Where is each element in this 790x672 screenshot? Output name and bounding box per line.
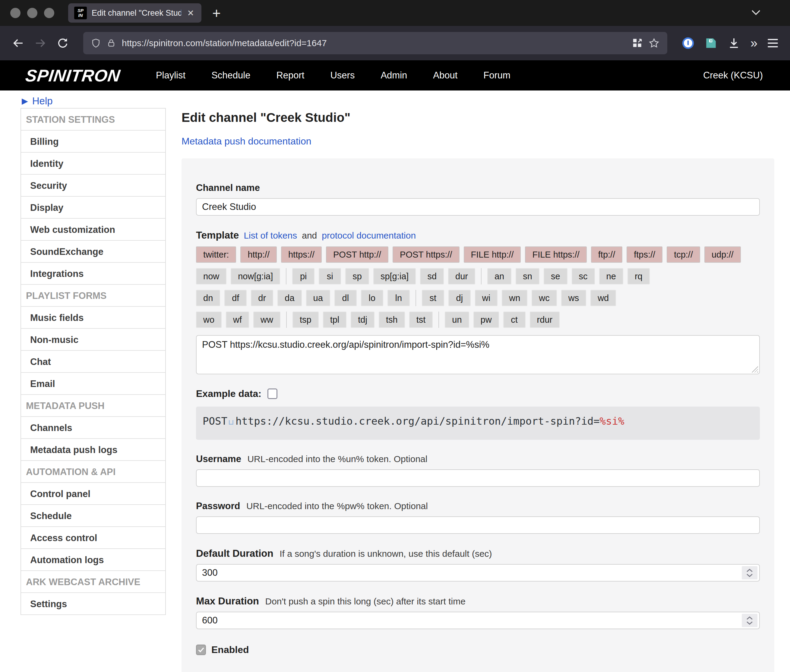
max-duration-stepper[interactable] bbox=[742, 614, 758, 627]
token-button-ct[interactable]: ct bbox=[503, 312, 526, 328]
default-duration-stepper[interactable] bbox=[742, 566, 758, 579]
sidebar-item-display[interactable]: Display bbox=[21, 197, 165, 219]
nav-item-admin[interactable]: Admin bbox=[381, 70, 407, 81]
token-button-wo[interactable]: wo bbox=[196, 312, 222, 328]
token-button-dr[interactable]: dr bbox=[251, 290, 273, 306]
token-button-sd[interactable]: sd bbox=[420, 268, 444, 285]
sidebar-item-music-fields[interactable]: Music fields bbox=[21, 307, 165, 329]
token-button-dj[interactable]: dj bbox=[448, 290, 471, 306]
token-button-lo[interactable]: lo bbox=[361, 290, 383, 306]
token-button-rq[interactable]: rq bbox=[627, 268, 650, 285]
url-bar[interactable]: https://spinitron.com/station/metadata/e… bbox=[83, 32, 667, 54]
token-button-tsh[interactable]: tsh bbox=[379, 312, 405, 328]
token-button-ne[interactable]: ne bbox=[599, 268, 623, 285]
token-button-wc[interactable]: wc bbox=[532, 290, 557, 306]
token-button-sp[interactable]: sp bbox=[345, 268, 369, 285]
sidebar-item-settings[interactable]: Settings bbox=[21, 593, 165, 615]
token-button-dn[interactable]: dn bbox=[196, 290, 220, 306]
nav-item-users[interactable]: Users bbox=[330, 70, 355, 81]
token-button-sn[interactable]: sn bbox=[516, 268, 539, 285]
token-button-twitter[interactable]: twitter: bbox=[196, 246, 236, 263]
sidebar-item-security[interactable]: Security bbox=[21, 174, 165, 197]
token-button-wf[interactable]: wf bbox=[226, 312, 249, 328]
nav-item-schedule[interactable]: Schedule bbox=[211, 70, 250, 81]
nav-item-forum[interactable]: Forum bbox=[483, 70, 510, 81]
station-label[interactable]: Creek (KCSU) bbox=[703, 70, 763, 81]
forward-button[interactable] bbox=[34, 37, 46, 49]
token-button-file-http[interactable]: FILE http:// bbox=[464, 246, 521, 263]
window-close-button[interactable] bbox=[10, 8, 21, 18]
sidebar-item-email[interactable]: Email bbox=[21, 373, 165, 395]
menu-icon[interactable] bbox=[768, 39, 778, 47]
token-button-pw[interactable]: pw bbox=[473, 312, 499, 328]
max-duration-input[interactable] bbox=[196, 612, 760, 629]
nav-item-playlist[interactable]: Playlist bbox=[156, 70, 186, 81]
token-button-now[interactable]: now bbox=[196, 268, 226, 285]
channel-name-input[interactable] bbox=[196, 198, 760, 216]
token-button-ws[interactable]: ws bbox=[561, 290, 586, 306]
token-button-sp-g-ia[interactable]: sp[g:ia] bbox=[373, 268, 416, 285]
example-data-checkbox[interactable] bbox=[267, 389, 277, 399]
token-button-tst[interactable]: tst bbox=[409, 312, 433, 328]
sidebar-item-schedule[interactable]: Schedule bbox=[21, 505, 165, 527]
token-button-ftp[interactable]: ftp:// bbox=[591, 246, 622, 263]
downloads-icon[interactable] bbox=[728, 37, 740, 50]
help-link[interactable]: Help bbox=[32, 95, 53, 107]
sidebar-item-identity[interactable]: Identity bbox=[21, 153, 165, 174]
token-button-st[interactable]: st bbox=[422, 290, 444, 306]
save-extension-icon[interactable] bbox=[705, 37, 717, 50]
lock-icon[interactable] bbox=[107, 38, 116, 48]
enabled-checkbox[interactable] bbox=[196, 645, 206, 655]
sidebar-item-chat[interactable]: Chat bbox=[21, 351, 165, 373]
help-disclosure-triangle-icon[interactable]: ▶ bbox=[22, 96, 28, 106]
token-button-wi[interactable]: wi bbox=[475, 290, 497, 306]
token-button-post-https[interactable]: POST https:// bbox=[393, 246, 459, 263]
sidebar-item-channels[interactable]: Channels bbox=[21, 417, 165, 439]
nav-item-report[interactable]: Report bbox=[276, 70, 304, 81]
sidebar-item-billing[interactable]: Billing bbox=[21, 131, 165, 153]
token-button-post-http[interactable]: POST http:// bbox=[326, 246, 389, 263]
sidebar-item-web-customization[interactable]: Web customization bbox=[21, 219, 165, 241]
token-button-sc[interactable]: sc bbox=[572, 268, 595, 285]
list-of-tokens-link[interactable]: List of tokens bbox=[244, 230, 297, 241]
picture-in-picture-icon[interactable] bbox=[632, 38, 643, 48]
token-button-http[interactable]: http:// bbox=[240, 246, 277, 263]
token-button-da[interactable]: da bbox=[277, 290, 302, 306]
sidebar-item-non-music[interactable]: Non-music bbox=[21, 329, 165, 351]
token-button-ua[interactable]: ua bbox=[306, 290, 330, 306]
token-button-file-https[interactable]: FILE https:// bbox=[525, 246, 587, 263]
token-button-dl[interactable]: dl bbox=[334, 290, 357, 306]
window-controls[interactable] bbox=[10, 8, 54, 18]
browser-tab[interactable]: SPIN Edit channel "Creek Studio" ✕ bbox=[68, 3, 201, 22]
tab-list-chevron-icon[interactable] bbox=[751, 9, 761, 16]
token-button-rdur[interactable]: rdur bbox=[530, 312, 560, 328]
onepassword-extension-icon[interactable] bbox=[682, 37, 694, 50]
username-input[interactable] bbox=[196, 469, 760, 487]
back-button[interactable] bbox=[12, 37, 24, 49]
token-button-ln[interactable]: ln bbox=[387, 290, 410, 306]
token-button-un[interactable]: un bbox=[445, 312, 469, 328]
token-button-pi[interactable]: pi bbox=[292, 268, 315, 285]
window-minimize-button[interactable] bbox=[27, 8, 37, 18]
protocol-documentation-link[interactable]: protocol documentation bbox=[322, 230, 416, 241]
token-button-an[interactable]: an bbox=[487, 268, 512, 285]
token-button-ftps[interactable]: ftps:// bbox=[627, 246, 662, 263]
new-tab-button[interactable]: + bbox=[212, 5, 221, 21]
token-button-udp[interactable]: udp:// bbox=[704, 246, 741, 263]
token-button-now-g-ia[interactable]: now[g:ia] bbox=[231, 268, 280, 285]
bookmark-star-icon[interactable] bbox=[649, 38, 659, 48]
tab-close-icon[interactable]: ✕ bbox=[186, 8, 195, 18]
token-button-wd[interactable]: wd bbox=[590, 290, 616, 306]
token-button-wn[interactable]: wn bbox=[502, 290, 528, 306]
nav-item-about[interactable]: About bbox=[433, 70, 457, 81]
token-button-ww[interactable]: ww bbox=[253, 312, 280, 328]
sidebar-item-metadata-push-logs[interactable]: Metadata push logs bbox=[21, 439, 165, 461]
token-button-tcp[interactable]: tcp:// bbox=[667, 246, 700, 263]
default-duration-input[interactable] bbox=[196, 564, 760, 581]
reload-button[interactable] bbox=[57, 37, 69, 49]
token-button-dur[interactable]: dur bbox=[448, 268, 475, 285]
sidebar-item-access-control[interactable]: Access control bbox=[21, 527, 165, 549]
token-button-tdj[interactable]: tdj bbox=[351, 312, 374, 328]
token-button-si[interactable]: si bbox=[319, 268, 341, 285]
template-textarea[interactable]: POST https://kcsu.studio.creek.org/api/s… bbox=[196, 335, 760, 374]
